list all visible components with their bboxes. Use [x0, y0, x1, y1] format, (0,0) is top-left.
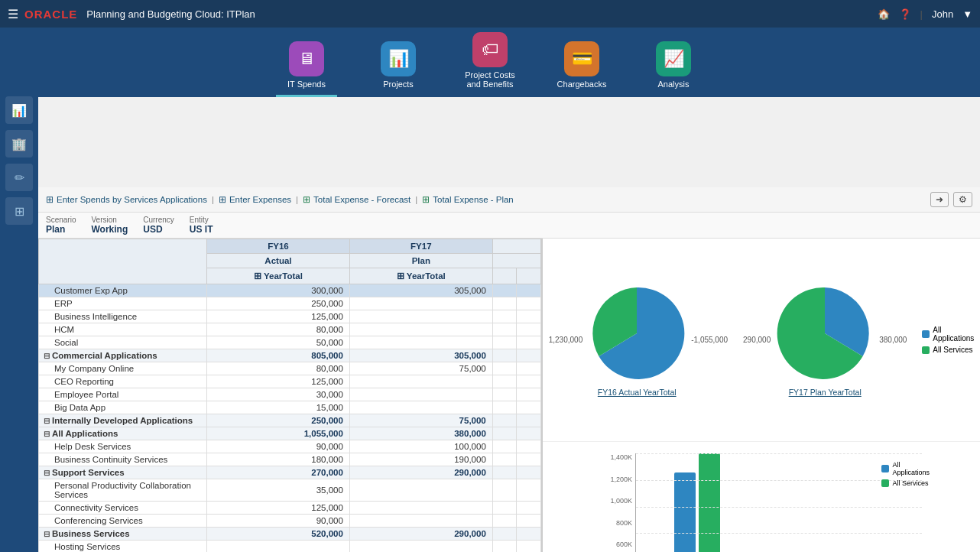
user-dropdown-icon[interactable]: ▼ — [962, 8, 972, 20]
table-row[interactable]: Business Intelligence125,000 — [39, 310, 541, 323]
col3-cell — [492, 541, 517, 553]
table-row[interactable]: Personal Productivity Collaboration Serv… — [39, 479, 541, 502]
sidebar-edit-icon[interactable]: ✏ — [5, 164, 33, 191]
col4-cell — [517, 284, 541, 297]
table-row[interactable]: HCM80,000 — [39, 323, 541, 336]
fy16-cell: 125,000 — [207, 310, 350, 323]
table-row[interactable]: Business Continuity Services180,000190,0… — [39, 453, 541, 466]
user-menu[interactable]: John — [932, 8, 953, 20]
app-title: Planning and Budgeting Cloud: ITPlan — [86, 8, 255, 20]
row-name-cell: Big Data App — [39, 401, 207, 414]
nav-it-spends[interactable]: 🖥 IT Spends — [276, 41, 337, 97]
row-name-cell: Employee Portal — [39, 388, 207, 401]
fy17-yeartotal-header: ⊞ YearTotal — [349, 268, 492, 284]
pie2-left-label: 290,000 — [743, 336, 771, 344]
name-header — [39, 239, 207, 284]
row-name-cell: ERP — [39, 297, 207, 310]
fy16-cell: 15,000 — [207, 401, 350, 414]
chargebacks-label: Chargebacks — [557, 80, 607, 89]
project-costs-label: Project Costs and Benefits — [459, 70, 521, 89]
enter-spends-link[interactable]: Enter Spends by Services Applications — [57, 195, 207, 204]
version-filter: Version Working — [91, 216, 128, 235]
fy17-cell: 305,000 — [349, 284, 492, 297]
icon-toolbar: 🖥 IT Spends 📊 Projects 🏷 Project Costs a… — [0, 28, 980, 97]
nav-projects[interactable]: 📊 Projects — [368, 41, 429, 97]
table-row[interactable]: CEO Reporting125,000 — [39, 375, 541, 388]
table-row[interactable]: ⊟Commercial Applications805,000305,000 — [39, 349, 541, 362]
sidebar-grid-icon[interactable]: ⊞ — [5, 197, 33, 225]
row-name-cell: ⊟Commercial Applications — [39, 349, 207, 362]
col4-cell — [517, 479, 541, 502]
col3-cell — [492, 336, 517, 349]
fy17-cell: 75,000 — [349, 362, 492, 375]
nav-analysis[interactable]: 📈 Analysis — [643, 41, 704, 97]
col3-cell — [492, 466, 517, 479]
fy17-cell — [349, 502, 492, 515]
pie1-container: 1,230,000 FY16 Actual YearTotal -1,055,0… — [549, 284, 728, 397]
row-name-cell: Business Continuity Services — [39, 453, 207, 466]
table-row[interactable]: Customer Exp App300,000305,000 — [39, 284, 541, 297]
fy17-cell — [349, 310, 492, 323]
table-row[interactable]: Big Data App15,000 — [39, 401, 541, 414]
fy17-cell: 290,000 — [349, 466, 492, 479]
table-row[interactable]: Conferencing Services90,000 — [39, 515, 541, 528]
col4-cell — [517, 427, 541, 440]
col4-cell — [517, 541, 541, 553]
nav-project-costs[interactable]: 🏷 Project Costs and Benefits — [459, 32, 521, 97]
enter-expenses-link[interactable]: Enter Expenses — [229, 195, 291, 204]
legend-all-services: All Services — [922, 346, 974, 354]
table-row[interactable]: ⊟Internally Developed Applications250,00… — [39, 414, 541, 427]
row-name-cell: Customer Exp App — [39, 284, 207, 297]
hamburger-icon[interactable]: ☰ — [8, 7, 18, 21]
table-row[interactable]: Social50,000 — [39, 336, 541, 349]
table-row[interactable]: Connectivity Services125,000 — [39, 502, 541, 515]
fy17-cell: 305,000 — [349, 349, 492, 362]
fy16-cell: 300,000 — [207, 284, 350, 297]
fy16-cell — [207, 541, 350, 553]
nav-right-button[interactable]: ➜ — [930, 192, 949, 207]
pie2-title[interactable]: FY17 Plan YearTotal — [789, 388, 862, 397]
sidebar-chart-icon[interactable]: 📊 — [5, 96, 33, 124]
bar-legend-services: All Services — [881, 479, 930, 487]
fy17-cell — [349, 479, 492, 502]
row-name-cell: My Company Online — [39, 362, 207, 375]
row-name-cell: Personal Productivity Collaboration Serv… — [39, 479, 207, 502]
filter-bar: Scenario Plan Version Working Currency U… — [38, 213, 980, 239]
table-row[interactable]: ERP250,000 — [39, 297, 541, 310]
sidebar-building-icon[interactable]: 🏢 — [5, 130, 33, 157]
fy17-cell — [349, 375, 492, 388]
row-name-cell: Help Desk Services — [39, 440, 207, 453]
chart-panel: 1,230,000 FY16 Actual YearTotal -1,055,0… — [543, 239, 980, 552]
table-row[interactable]: ⊟Support Services270,000290,000 — [39, 466, 541, 479]
fy16-cell: 805,000 — [207, 349, 350, 362]
nav-chargebacks[interactable]: 💳 Chargebacks — [551, 41, 612, 97]
col4-cell — [517, 515, 541, 528]
pie1-title[interactable]: FY16 Actual YearTotal — [598, 388, 677, 397]
bar-area: AllApplications All Services FY16 Actua — [635, 453, 922, 552]
fy17-cell — [349, 515, 492, 528]
link-bar-icon-4: ⊞ — [422, 194, 430, 205]
col4-header — [517, 268, 541, 284]
total-expense-forecast-link[interactable]: Total Expense - Forecast — [313, 195, 410, 204]
table-row[interactable]: ⊟Business Services520,000290,000 — [39, 528, 541, 541]
table-row[interactable]: ⊟All Applications1,055,000380,000 — [39, 427, 541, 440]
settings-button[interactable]: ⚙ — [953, 192, 972, 207]
col3-cell — [492, 284, 517, 297]
oracle-logo: ORACLE — [24, 8, 77, 21]
home-icon[interactable]: 🏠 — [878, 8, 890, 20]
it-spends-label: IT Spends — [287, 80, 326, 89]
col3-cell — [492, 401, 517, 414]
table-scroll[interactable]: FY16 FY17 Actual Plan ⊞ YearTotal ⊞ Year… — [38, 239, 541, 552]
pie1-chart: FY16 Actual YearTotal — [587, 284, 686, 397]
table-row[interactable]: My Company Online80,00075,000 — [39, 362, 541, 375]
total-expense-plan-link[interactable]: Total Expense - Plan — [433, 195, 513, 204]
table-row[interactable]: Hosting Services — [39, 541, 541, 553]
help-icon[interactable]: ❓ — [899, 8, 911, 20]
table-row[interactable]: Help Desk Services90,000100,000 — [39, 440, 541, 453]
col4-cell — [517, 414, 541, 427]
row-name-cell: ⊟Business Services — [39, 528, 207, 541]
col4-cell — [517, 362, 541, 375]
table-row[interactable]: Employee Portal30,000 — [39, 388, 541, 401]
project-costs-icon: 🏷 — [472, 32, 508, 67]
fy16-cell: 35,000 — [207, 479, 350, 502]
